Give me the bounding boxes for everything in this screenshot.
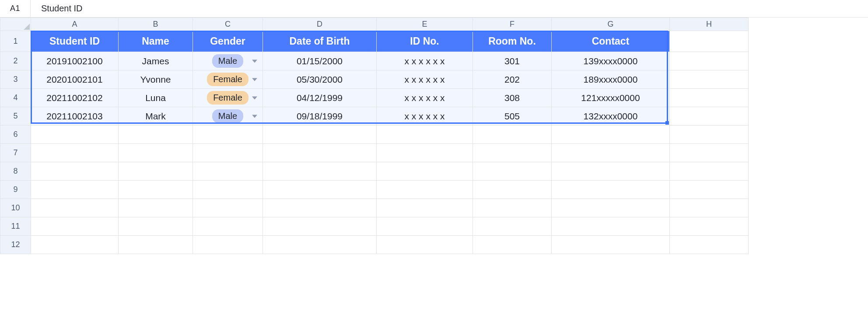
- row-header[interactable]: 1: [0, 31, 31, 52]
- empty-cell[interactable]: [552, 162, 670, 181]
- column-header[interactable]: B: [119, 18, 193, 31]
- data-cell[interactable]: Female: [193, 70, 263, 89]
- empty-cell[interactable]: [670, 181, 749, 199]
- empty-cell[interactable]: [377, 144, 473, 162]
- row-header[interactable]: 10: [0, 199, 31, 217]
- column-header[interactable]: H: [670, 18, 749, 31]
- data-cell[interactable]: [670, 70, 749, 89]
- empty-cell[interactable]: [552, 181, 670, 199]
- empty-cell[interactable]: [377, 162, 473, 181]
- header-cell[interactable]: Student ID: [31, 31, 119, 52]
- data-cell[interactable]: 09/18/1999: [263, 107, 377, 126]
- empty-cell[interactable]: [263, 126, 377, 144]
- empty-cell[interactable]: [263, 181, 377, 199]
- data-cell[interactable]: 04/12/1999: [263, 89, 377, 107]
- empty-cell[interactable]: [31, 162, 119, 181]
- row-header[interactable]: 12: [0, 236, 31, 254]
- empty-cell[interactable]: [31, 199, 119, 217]
- empty-cell[interactable]: [119, 217, 193, 236]
- data-cell[interactable]: 132xxxx0000: [552, 107, 670, 126]
- row-header[interactable]: 5: [0, 107, 31, 126]
- header-cell[interactable]: ID No.: [377, 31, 473, 52]
- name-box[interactable]: A1: [0, 0, 31, 17]
- data-cell[interactable]: x x x x x x: [377, 70, 473, 89]
- row-header[interactable]: 4: [0, 89, 31, 107]
- empty-cell[interactable]: [31, 217, 119, 236]
- empty-cell[interactable]: [670, 162, 749, 181]
- empty-cell[interactable]: [552, 199, 670, 217]
- header-cell[interactable]: Name: [119, 31, 193, 52]
- dropdown-arrow-icon[interactable]: [252, 78, 257, 81]
- empty-cell[interactable]: [193, 126, 263, 144]
- empty-cell[interactable]: [263, 199, 377, 217]
- empty-cell[interactable]: [31, 126, 119, 144]
- data-cell[interactable]: 189xxxx0000: [552, 70, 670, 89]
- empty-cell[interactable]: [119, 236, 193, 254]
- data-cell[interactable]: 01/15/2000: [263, 52, 377, 70]
- empty-cell[interactable]: [552, 144, 670, 162]
- select-all-corner[interactable]: [0, 18, 31, 31]
- empty-cell[interactable]: [473, 199, 552, 217]
- empty-cell[interactable]: [193, 199, 263, 217]
- data-cell[interactable]: 121xxxxx0000: [552, 89, 670, 107]
- empty-cell[interactable]: [31, 144, 119, 162]
- data-cell[interactable]: Yvonne: [119, 70, 193, 89]
- data-cell[interactable]: 139xxxx0000: [552, 52, 670, 70]
- empty-cell[interactable]: [473, 236, 552, 254]
- data-cell[interactable]: Mark: [119, 107, 193, 126]
- empty-cell[interactable]: [119, 126, 193, 144]
- empty-cell[interactable]: [473, 144, 552, 162]
- dropdown-arrow-icon[interactable]: [252, 115, 257, 118]
- empty-cell[interactable]: [552, 217, 670, 236]
- row-header[interactable]: 2: [0, 52, 31, 70]
- row-header[interactable]: 3: [0, 70, 31, 89]
- data-cell[interactable]: 20191002100: [31, 52, 119, 70]
- empty-cell[interactable]: [377, 217, 473, 236]
- empty-cell[interactable]: [193, 162, 263, 181]
- row-header[interactable]: 7: [0, 144, 31, 162]
- empty-cell[interactable]: [193, 217, 263, 236]
- row-header[interactable]: 11: [0, 217, 31, 236]
- empty-cell[interactable]: [193, 144, 263, 162]
- empty-cell[interactable]: [473, 126, 552, 144]
- data-cell[interactable]: [670, 107, 749, 126]
- empty-cell[interactable]: [263, 162, 377, 181]
- empty-cell[interactable]: [377, 181, 473, 199]
- data-cell[interactable]: Luna: [119, 89, 193, 107]
- row-header[interactable]: 6: [0, 126, 31, 144]
- row-header[interactable]: 8: [0, 162, 31, 181]
- data-cell[interactable]: 301: [473, 52, 552, 70]
- data-cell[interactable]: [670, 52, 749, 70]
- data-cell[interactable]: Male: [193, 107, 263, 126]
- empty-cell[interactable]: [377, 199, 473, 217]
- empty-cell[interactable]: [552, 126, 670, 144]
- empty-cell[interactable]: [263, 144, 377, 162]
- data-cell[interactable]: x x x x x x: [377, 89, 473, 107]
- data-cell[interactable]: Male: [193, 52, 263, 70]
- data-cell[interactable]: 20201002101: [31, 70, 119, 89]
- empty-cell[interactable]: [473, 162, 552, 181]
- dropdown-arrow-icon[interactable]: [252, 59, 257, 63]
- data-cell[interactable]: [670, 89, 749, 107]
- empty-cell[interactable]: [119, 162, 193, 181]
- empty-cell[interactable]: [670, 144, 749, 162]
- empty-cell[interactable]: [119, 199, 193, 217]
- column-header[interactable]: G: [552, 18, 670, 31]
- empty-cell[interactable]: [473, 217, 552, 236]
- column-header[interactable]: D: [263, 18, 377, 31]
- column-header[interactable]: C: [193, 18, 263, 31]
- empty-cell[interactable]: [552, 236, 670, 254]
- header-cell[interactable]: Gender: [193, 31, 263, 52]
- column-header[interactable]: F: [473, 18, 552, 31]
- column-header[interactable]: E: [377, 18, 473, 31]
- header-cell[interactable]: Room No.: [473, 31, 552, 52]
- formula-bar[interactable]: Student ID: [31, 0, 868, 17]
- data-cell[interactable]: 505: [473, 107, 552, 126]
- data-cell[interactable]: 05/30/2000: [263, 70, 377, 89]
- empty-cell[interactable]: [670, 217, 749, 236]
- data-cell[interactable]: 20211002103: [31, 107, 119, 126]
- empty-cell[interactable]: [31, 236, 119, 254]
- data-cell[interactable]: 308: [473, 89, 552, 107]
- header-cell[interactable]: [670, 31, 749, 52]
- data-cell[interactable]: 202: [473, 70, 552, 89]
